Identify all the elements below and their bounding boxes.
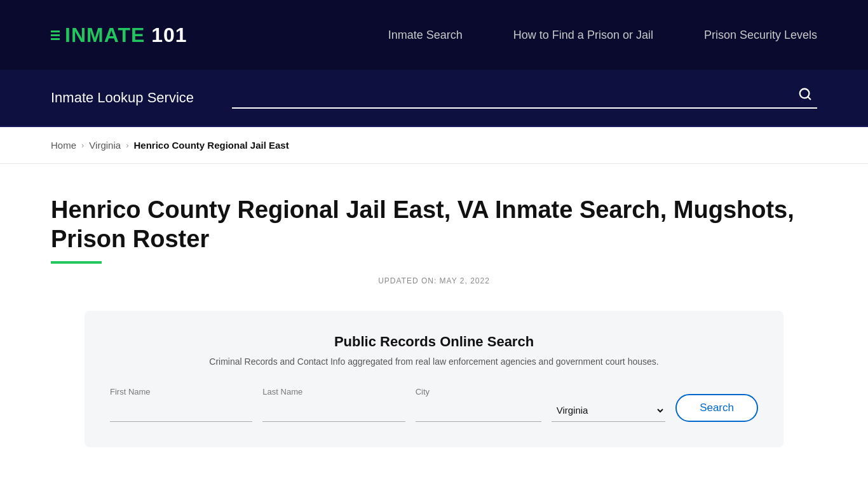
city-field: City xyxy=(416,387,541,422)
records-card: Public Records Online Search Criminal Re… xyxy=(85,311,783,447)
page-title: Henrico County Regional Jail East, VA In… xyxy=(51,196,817,254)
first-name-label: First Name xyxy=(110,387,252,396)
last-name-input[interactable] xyxy=(262,400,405,422)
first-name-input[interactable] xyxy=(110,400,252,422)
first-name-field: First Name xyxy=(110,387,252,422)
city-input[interactable] xyxy=(416,400,541,422)
search-bar-section: Inmate Lookup Service xyxy=(0,70,868,127)
logo-bars-icon xyxy=(51,30,60,40)
last-name-field: Last Name xyxy=(262,387,405,422)
updated-label: UPDATED ON: MAY 2, 2022 xyxy=(51,276,817,285)
top-navigation: INMATE 101 Inmate Search How to Find a P… xyxy=(0,0,868,70)
title-underline xyxy=(51,261,102,264)
breadcrumb-section: Home › Virginia › Henrico County Regiona… xyxy=(0,127,868,164)
logo-suffix: 101 xyxy=(145,24,187,46)
svg-line-1 xyxy=(808,97,810,99)
search-icon xyxy=(798,87,812,101)
breadcrumb-home[interactable]: Home xyxy=(51,140,76,151)
nav-inmate-search[interactable]: Inmate Search xyxy=(388,29,463,42)
breadcrumb-current: Henrico County Regional Jail East xyxy=(133,140,288,151)
records-form: First Name Last Name City AlabamaAlaskaA… xyxy=(110,387,758,422)
nav-security-levels[interactable]: Prison Security Levels xyxy=(704,29,817,42)
main-content: Henrico County Regional Jail East, VA In… xyxy=(0,164,868,473)
search-button[interactable]: Search xyxy=(675,394,758,422)
breadcrumb: Home › Virginia › Henrico County Regiona… xyxy=(51,140,817,151)
state-field: AlabamaAlaskaArizonaArkansasCaliforniaCo… xyxy=(552,395,665,422)
last-name-label: Last Name xyxy=(262,387,405,396)
city-label: City xyxy=(416,387,541,396)
breadcrumb-sep-1: › xyxy=(81,140,84,150)
search-icon-button[interactable] xyxy=(793,87,817,105)
search-service-label: Inmate Lookup Service xyxy=(51,90,194,106)
records-card-subtitle: Criminal Records and Contact Info aggreg… xyxy=(110,356,758,367)
state-select[interactable]: AlabamaAlaskaArizonaArkansasCaliforniaCo… xyxy=(552,399,665,422)
search-input-wrapper xyxy=(232,87,817,109)
logo[interactable]: INMATE 101 xyxy=(51,24,187,47)
records-card-title: Public Records Online Search xyxy=(110,334,758,350)
nav-find-prison[interactable]: How to Find a Prison or Jail xyxy=(513,29,653,42)
logo-prefix: INMATE xyxy=(65,24,145,46)
breadcrumb-state[interactable]: Virginia xyxy=(89,140,121,151)
search-input[interactable] xyxy=(232,90,793,103)
nav-links: Inmate Search How to Find a Prison or Ja… xyxy=(388,29,817,42)
breadcrumb-sep-2: › xyxy=(126,140,128,150)
logo-text: INMATE 101 xyxy=(65,24,187,47)
